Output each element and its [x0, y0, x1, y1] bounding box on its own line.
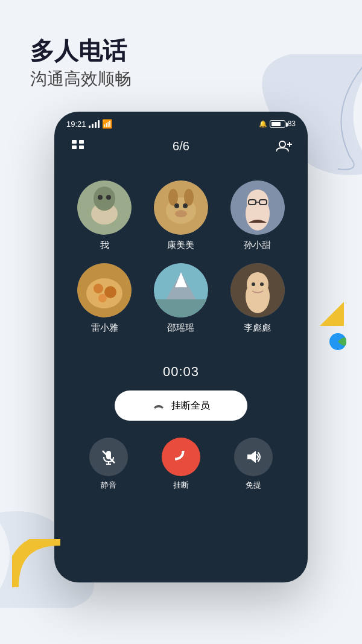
top-bar: 6/6 [54, 133, 308, 162]
svg-point-16 [168, 189, 178, 206]
participants-grid: 我康美美孙小甜雷小雅邵瑶瑶李彪彪 [54, 168, 308, 346]
add-participant-icon[interactable] [275, 137, 293, 155]
svg-point-28 [86, 278, 122, 308]
svg-point-18 [174, 203, 179, 208]
svg-rect-3 [79, 140, 84, 144]
avatar-2 [154, 180, 208, 235]
hangup-button[interactable]: 挂断 [162, 438, 200, 491]
svg-rect-35 [154, 299, 208, 317]
svg-rect-4 [72, 145, 77, 149]
svg-point-11 [94, 187, 115, 211]
svg-rect-2 [72, 140, 77, 144]
speaker-icon [245, 448, 262, 465]
participant-name-6: 李彪彪 [244, 322, 271, 334]
participant-name-3: 孙小甜 [244, 240, 271, 251]
svg-point-40 [260, 282, 264, 286]
svg-point-12 [98, 195, 103, 200]
svg-marker-45 [247, 451, 256, 463]
svg-point-13 [106, 195, 111, 200]
svg-point-29 [94, 284, 103, 293]
hangup-all-label: 挂断全员 [171, 400, 210, 412]
header-section: 多人电话 沟通高效顺畅 [30, 36, 132, 91]
signal-bar-4 [98, 120, 100, 128]
mute-label: 静音 [101, 480, 116, 491]
svg-point-20 [175, 210, 187, 217]
avatar-6 [230, 263, 285, 317]
hangup-all-button[interactable]: 挂断全员 [115, 391, 247, 421]
status-bar: 19:21 📶 🔔 83 [54, 112, 308, 133]
header-subtitle: 沟通高效顺畅 [30, 68, 132, 91]
participant-name-1: 我 [100, 240, 109, 251]
status-right: 🔔 83 [259, 120, 296, 128]
deco-yellow-arc [12, 539, 60, 590]
phone-hangup-icon [152, 399, 165, 412]
wifi-icon: 📶 [102, 119, 112, 129]
speaker-button[interactable]: 免提 [234, 438, 273, 491]
participant-5: 邵瑶瑶 [149, 263, 214, 334]
hangup-icon [172, 448, 190, 466]
header-title: 多人电话 [30, 36, 132, 65]
speaker-label: 免提 [246, 480, 261, 491]
timer: 00:03 [54, 364, 308, 380]
call-count: 6/6 [173, 139, 189, 153]
vibrate-icon: 🔔 [259, 120, 267, 128]
time-display: 19:21 [66, 120, 86, 129]
avatar-1 [77, 180, 132, 235]
svg-point-31 [98, 294, 107, 302]
svg-point-17 [184, 189, 194, 206]
participant-2: 康美美 [149, 180, 214, 251]
signal-bars [89, 120, 100, 128]
mute-circle [89, 438, 128, 476]
mute-icon [100, 448, 117, 465]
avatar-4 [77, 263, 132, 317]
participant-1: 我 [72, 180, 137, 251]
hangup-label: 挂断 [173, 480, 189, 491]
svg-point-19 [183, 203, 188, 208]
keypad-icon[interactable] [69, 137, 87, 155]
avatar-5 [154, 263, 208, 317]
svg-point-6 [279, 141, 285, 147]
mute-button[interactable]: 静音 [89, 438, 128, 491]
signal-bar-1 [89, 126, 91, 128]
battery-percent: 83 [288, 120, 296, 128]
participant-name-4: 雷小雅 [91, 322, 118, 334]
participant-name-2: 康美美 [167, 240, 194, 251]
hangup-circle [162, 438, 200, 476]
participant-name-5: 邵瑶瑶 [167, 322, 194, 334]
bottom-controls: 静音 挂断 免提 [54, 432, 308, 497]
deco-arrow [320, 302, 344, 328]
speaker-circle [234, 438, 273, 476]
signal-bar-3 [95, 122, 97, 128]
battery-icon [270, 120, 285, 128]
phone-mockup: 19:21 📶 🔔 83 6/6 [54, 112, 308, 582]
svg-point-23 [247, 190, 268, 214]
svg-rect-5 [79, 145, 84, 149]
deco-circle [329, 333, 346, 352]
participant-6: 李彪彪 [225, 263, 290, 334]
participant-3: 孙小甜 [225, 180, 290, 251]
status-left: 19:21 📶 [66, 119, 112, 129]
avatar-3 [230, 180, 285, 235]
participant-4: 雷小雅 [72, 263, 137, 334]
battery-fill [272, 122, 281, 126]
svg-marker-0 [320, 302, 344, 326]
signal-bar-2 [92, 124, 94, 128]
svg-point-39 [252, 282, 255, 286]
